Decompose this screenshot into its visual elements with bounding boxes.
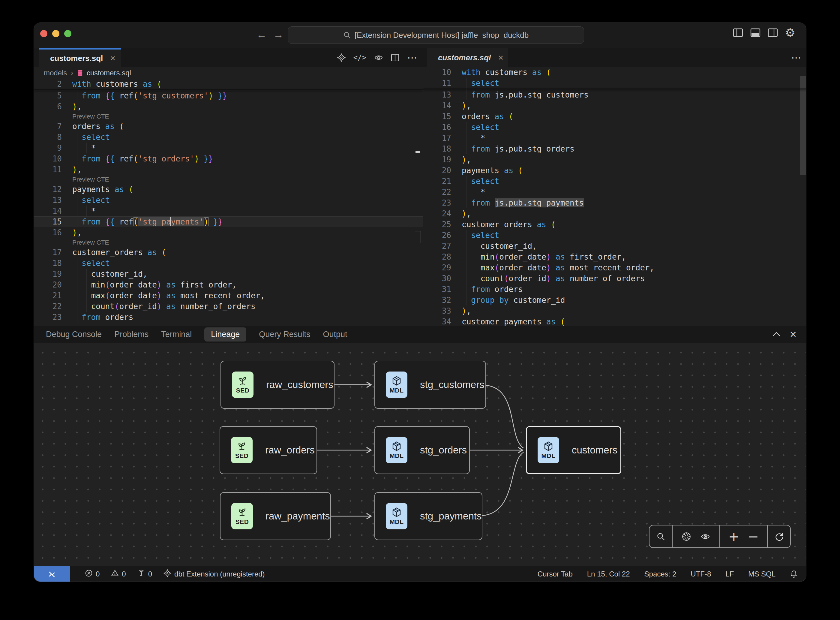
- code-line-17[interactable]: 17 *: [423, 132, 806, 143]
- toggle-panel-icon[interactable]: [750, 28, 760, 37]
- code-line-6[interactable]: 6),: [34, 101, 423, 112]
- zoom-in-icon[interactable]: +: [729, 530, 739, 543]
- preview-eye-icon[interactable]: [374, 54, 383, 61]
- status-dbt[interactable]: dbt Extension (unregistered): [164, 569, 265, 579]
- code-line-23[interactable]: 23 from orders: [34, 312, 423, 323]
- tab-customers-sql-right[interactable]: customers.sql ×: [427, 48, 508, 67]
- status-ln-15-col-22[interactable]: Ln 15, Col 22: [587, 570, 630, 578]
- breadcrumb-folder[interactable]: models: [44, 69, 67, 77]
- codelens-preview-cte[interactable]: Preview CTE: [34, 112, 423, 121]
- code-line-14[interactable]: 14 *: [34, 206, 423, 217]
- panel-tab-lineage[interactable]: Lineage: [204, 327, 246, 342]
- panel-tab-output[interactable]: Output: [323, 327, 347, 342]
- code-line-31[interactable]: 31 from orders: [423, 284, 806, 295]
- remote-indicator[interactable]: [34, 566, 70, 582]
- dbt-action-icon[interactable]: [337, 53, 346, 62]
- settings-gear-icon[interactable]: ⚙: [785, 28, 795, 37]
- command-center-search[interactable]: [Extension Development Host] jaffle_shop…: [288, 26, 584, 44]
- close-tab-icon[interactable]: ×: [110, 53, 116, 63]
- code-line-9[interactable]: 9 *: [34, 143, 423, 153]
- code-line-7[interactable]: 7orders as (: [34, 121, 423, 132]
- split-editor-icon[interactable]: [391, 54, 399, 62]
- code-line-17[interactable]: 17customer_orders as (: [34, 247, 423, 258]
- code-line-18[interactable]: 18 from js.pub.stg_orders: [423, 143, 806, 154]
- code-line-11[interactable]: 11),: [34, 164, 423, 175]
- lineage-node-raw_payments[interactable]: SEDraw_payments: [220, 492, 331, 540]
- panel-tab-debug-console[interactable]: Debug Console: [46, 327, 102, 342]
- code-line-27[interactable]: 27 customer_id,: [423, 241, 806, 251]
- code-line-11[interactable]: 11 select: [423, 78, 806, 89]
- close-tab-icon[interactable]: ×: [498, 53, 503, 63]
- code-line-16[interactable]: 16),: [34, 227, 423, 238]
- refresh-icon[interactable]: [774, 532, 784, 542]
- codelens-preview-cte[interactable]: Preview CTE: [34, 238, 423, 247]
- code-line-32[interactable]: 32 group by customer_id: [423, 295, 806, 305]
- code-line-19[interactable]: 19),: [423, 154, 806, 165]
- code-line-12[interactable]: 12payments as (: [34, 184, 423, 195]
- code-line-26[interactable]: 26 select: [423, 230, 806, 241]
- more-actions-icon[interactable]: ⋯: [791, 52, 802, 64]
- code-line-20[interactable]: 20 min(order_date) as first_order,: [34, 279, 423, 290]
- right-editor-compiled-sql[interactable]: 10with customers as (11 select13 from js…: [423, 67, 806, 326]
- status-radio-tower[interactable]: 0: [137, 569, 152, 579]
- status-warning[interactable]: 0: [111, 569, 126, 579]
- tab-customers-sql-left[interactable]: customers.sql ×: [39, 48, 121, 67]
- status-spaces-2[interactable]: Spaces: 2: [645, 570, 676, 578]
- lineage-node-stg_customers[interactable]: MDLstg_customers: [374, 361, 486, 409]
- back-icon[interactable]: ←: [257, 29, 267, 41]
- code-line-25[interactable]: 25customer_orders as (: [423, 219, 806, 230]
- close-panel-icon[interactable]: ×: [790, 329, 796, 339]
- lineage-snapshot-icon[interactable]: [682, 532, 691, 542]
- code-line-10[interactable]: 10with customers as (: [423, 67, 806, 78]
- breadcrumb-file[interactable]: customers.sql: [87, 69, 131, 77]
- code-line-24[interactable]: 24),: [423, 208, 806, 219]
- code-line-28[interactable]: 28 min(order_date) as first_order,: [423, 251, 806, 262]
- more-actions-icon[interactable]: ⋯: [407, 52, 418, 64]
- code-line-34[interactable]: 34customer_payments as (: [423, 316, 806, 326]
- code-line-14[interactable]: 14),: [423, 100, 806, 111]
- code-line-30[interactable]: 30 count(order_id) as number_of_orders: [423, 273, 806, 284]
- code-line-22[interactable]: 22 count(order_id) as number_of_orders: [34, 301, 423, 312]
- toggle-primary-sidebar-icon[interactable]: [733, 28, 743, 37]
- code-line-19[interactable]: 19 customer_id,: [34, 269, 423, 279]
- panel-tab-problems[interactable]: Problems: [114, 327, 149, 342]
- forward-icon[interactable]: →: [273, 29, 284, 41]
- panel-tab-terminal[interactable]: Terminal: [161, 327, 192, 342]
- lineage-node-stg_payments[interactable]: MDLstg_payments: [374, 492, 482, 540]
- lineage-node-customers[interactable]: MDLcustomers: [526, 426, 621, 474]
- panel-tab-query-results[interactable]: Query Results: [259, 327, 310, 342]
- code-line-10[interactable]: 10 from {{ ref('stg_orders') }}: [34, 153, 423, 164]
- code-line-13[interactable]: 13 select: [34, 195, 423, 206]
- zoom-out-icon[interactable]: −: [748, 530, 759, 543]
- left-editor[interactable]: 2with customers as (5 from {{ ref('stg_c…: [34, 78, 423, 326]
- code-line-33[interactable]: 33),: [423, 305, 806, 316]
- lineage-canvas[interactable]: + − SEDraw_customersMDLstg_customersSEDr…: [34, 343, 806, 566]
- code-line-16[interactable]: 16 select: [423, 122, 806, 132]
- lineage-search-icon[interactable]: [657, 532, 666, 541]
- code-line-8[interactable]: 8 select: [34, 132, 423, 143]
- minimize-window-button[interactable]: [52, 30, 59, 37]
- code-line-13[interactable]: 13 from js.pub.stg_customers: [423, 89, 806, 100]
- status-error[interactable]: 0: [85, 569, 99, 579]
- status-utf-8[interactable]: UTF-8: [691, 570, 711, 578]
- code-line-15[interactable]: 15 from {{ ref('stg_payments') }}: [34, 217, 423, 227]
- status-lf[interactable]: LF: [726, 570, 734, 578]
- code-line-22[interactable]: 22 *: [423, 187, 806, 197]
- status-cursor-tab[interactable]: Cursor Tab: [538, 570, 573, 578]
- editor-group-divider[interactable]: [423, 48, 423, 326]
- codelens-preview-cte[interactable]: Preview CTE: [34, 175, 423, 184]
- code-line-5[interactable]: 5 from {{ ref('stg_customers') }}: [34, 90, 423, 101]
- breadcrumb[interactable]: models › customers.sql: [34, 67, 423, 78]
- code-line-20[interactable]: 20payments as (: [423, 165, 806, 176]
- notifications-bell-icon[interactable]: [790, 570, 798, 578]
- toggle-secondary-sidebar-icon[interactable]: [768, 28, 778, 37]
- status-ms-sql[interactable]: MS SQL: [748, 570, 775, 578]
- code-line-23[interactable]: 23 from js.pub.stg_payments: [423, 197, 806, 208]
- code-line-2[interactable]: 2with customers as (: [34, 78, 423, 89]
- lineage-node-stg_orders[interactable]: MDLstg_orders: [374, 426, 470, 474]
- code-line-21[interactable]: 21 max(order_date) as most_recent_order,: [34, 290, 423, 301]
- compile-code-icon[interactable]: </>: [353, 53, 366, 62]
- lineage-visibility-icon[interactable]: [700, 533, 711, 540]
- lineage-node-raw_orders[interactable]: SEDraw_orders: [219, 426, 317, 474]
- lineage-node-raw_customers[interactable]: SEDraw_customers: [221, 361, 335, 409]
